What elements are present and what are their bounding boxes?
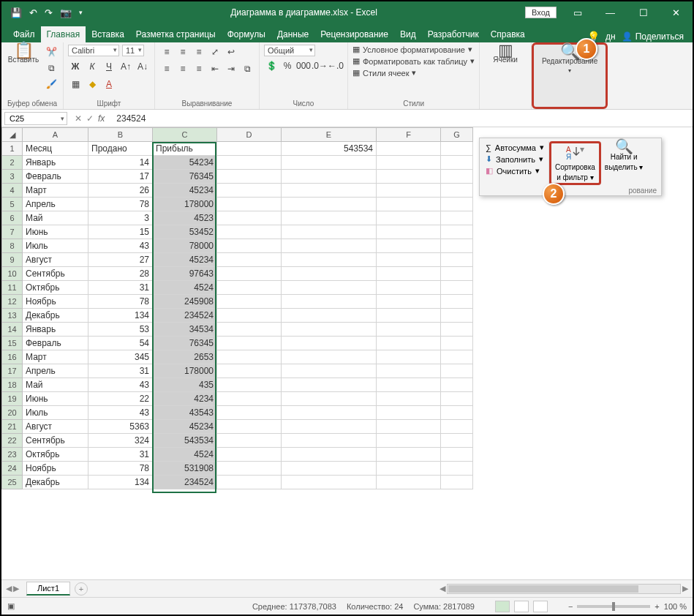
- cell[interactable]: Август: [23, 253, 88, 267]
- col-G[interactable]: G: [441, 128, 473, 142]
- row-header[interactable]: 2: [2, 156, 23, 170]
- cell[interactable]: Октябрь: [23, 448, 88, 462]
- indent-dec-icon[interactable]: ⇤: [208, 61, 222, 76]
- cell[interactable]: [441, 239, 473, 253]
- cell[interactable]: [441, 434, 473, 448]
- cell[interactable]: 31: [88, 448, 153, 462]
- cell[interactable]: [217, 434, 282, 448]
- cell[interactable]: [377, 225, 441, 239]
- cell[interactable]: [217, 225, 282, 239]
- cell[interactable]: [377, 337, 441, 350]
- cell[interactable]: [217, 350, 282, 364]
- tab-data[interactable]: Данные: [271, 26, 314, 42]
- save-icon[interactable]: 💾: [10, 7, 22, 18]
- cell[interactable]: [441, 350, 473, 364]
- row-header[interactable]: 8: [2, 239, 23, 253]
- cell[interactable]: [282, 184, 377, 198]
- cell[interactable]: [441, 142, 473, 156]
- col-F[interactable]: F: [377, 128, 441, 142]
- cell[interactable]: [441, 253, 473, 267]
- cell[interactable]: [377, 350, 441, 364]
- cell[interactable]: 178000: [153, 198, 217, 211]
- cell[interactable]: [217, 323, 282, 337]
- cell[interactable]: Ноябрь: [23, 462, 88, 476]
- percent-icon[interactable]: %: [280, 59, 295, 73]
- cell[interactable]: [441, 378, 473, 392]
- row-header[interactable]: 3: [2, 170, 23, 184]
- cell[interactable]: Июль: [23, 239, 88, 253]
- tab-home[interactable]: Главная: [41, 26, 86, 42]
- fill-color-icon[interactable]: ◆: [85, 77, 99, 91]
- cell[interactable]: [441, 225, 473, 239]
- row-header[interactable]: 6: [2, 211, 23, 225]
- cell[interactable]: Август: [23, 420, 88, 434]
- cell[interactable]: [441, 170, 473, 184]
- cell[interactable]: 22: [88, 392, 153, 406]
- decrease-font-icon[interactable]: A↓: [135, 59, 150, 74]
- row-header[interactable]: 15: [2, 337, 23, 350]
- row-header[interactable]: 20: [2, 406, 23, 420]
- new-sheet-button[interactable]: +: [75, 582, 88, 596]
- cell[interactable]: Декабрь: [23, 309, 88, 323]
- merge-icon[interactable]: ⧉: [240, 61, 254, 76]
- sheet-nav-prev-icon[interactable]: ◀: [6, 584, 12, 593]
- tab-insert[interactable]: Вставка: [86, 26, 130, 42]
- cell[interactable]: 4523: [153, 211, 217, 225]
- cell[interactable]: [217, 211, 282, 225]
- cell[interactable]: [217, 267, 282, 281]
- row-header[interactable]: 1: [2, 142, 23, 156]
- cell[interactable]: [377, 476, 441, 489]
- zoom-slider[interactable]: [577, 605, 650, 608]
- cell[interactable]: 54234: [153, 156, 217, 170]
- cell[interactable]: [441, 184, 473, 198]
- cell[interactable]: [282, 156, 377, 170]
- cell[interactable]: [377, 281, 441, 295]
- cell[interactable]: [377, 295, 441, 309]
- row-header[interactable]: 18: [2, 378, 23, 392]
- cell[interactable]: [441, 156, 473, 170]
- cell[interactable]: Январь: [23, 156, 88, 170]
- cell[interactable]: [377, 364, 441, 378]
- cell[interactable]: 543534: [153, 434, 217, 448]
- cell[interactable]: [217, 239, 282, 253]
- cell[interactable]: 134: [88, 476, 153, 489]
- row-header[interactable]: 24: [2, 462, 23, 476]
- cell[interactable]: [282, 364, 377, 378]
- col-C[interactable]: C: [153, 128, 217, 142]
- cell[interactable]: 435: [153, 378, 217, 392]
- enter-icon[interactable]: ✓: [86, 113, 94, 124]
- cell[interactable]: 4524: [153, 448, 217, 462]
- tab-page-layout[interactable]: Разметка страницы: [130, 26, 222, 42]
- cell[interactable]: [377, 323, 441, 337]
- cell[interactable]: [377, 392, 441, 406]
- cell[interactable]: Продано: [88, 142, 153, 156]
- col-D[interactable]: D: [217, 128, 282, 142]
- fx-icon[interactable]: fx: [98, 113, 105, 124]
- row-header[interactable]: 21: [2, 420, 23, 434]
- tab-formulas[interactable]: Формулы: [222, 26, 271, 42]
- dec-dec-icon[interactable]: ←.0: [328, 59, 343, 73]
- sheet-nav-next-icon[interactable]: ▶: [13, 584, 19, 593]
- cell[interactable]: [377, 378, 441, 392]
- row-header[interactable]: 23: [2, 448, 23, 462]
- cell[interactable]: 43543: [153, 406, 217, 420]
- cell[interactable]: [441, 323, 473, 337]
- cell[interactable]: 45234: [153, 253, 217, 267]
- cell[interactable]: [217, 198, 282, 211]
- cell[interactable]: Сентябрь: [23, 434, 88, 448]
- cell[interactable]: [217, 309, 282, 323]
- italic-icon[interactable]: К: [85, 59, 99, 74]
- column-headers[interactable]: ◢ A B C D E F G: [2, 128, 473, 142]
- cell[interactable]: 2653: [153, 350, 217, 364]
- cell[interactable]: 53: [88, 323, 153, 337]
- maximize-button[interactable]: ☐: [627, 1, 660, 23]
- cell[interactable]: 78: [88, 198, 153, 211]
- cell[interactable]: [282, 337, 377, 350]
- tab-review[interactable]: Рецензирование: [314, 26, 394, 42]
- row-header[interactable]: 19: [2, 392, 23, 406]
- cell-styles-button[interactable]: ▦Стили ячеек ▾: [352, 68, 475, 78]
- row-header[interactable]: 17: [2, 364, 23, 378]
- cell[interactable]: [377, 156, 441, 170]
- cell[interactable]: [217, 295, 282, 309]
- row-header[interactable]: 9: [2, 253, 23, 267]
